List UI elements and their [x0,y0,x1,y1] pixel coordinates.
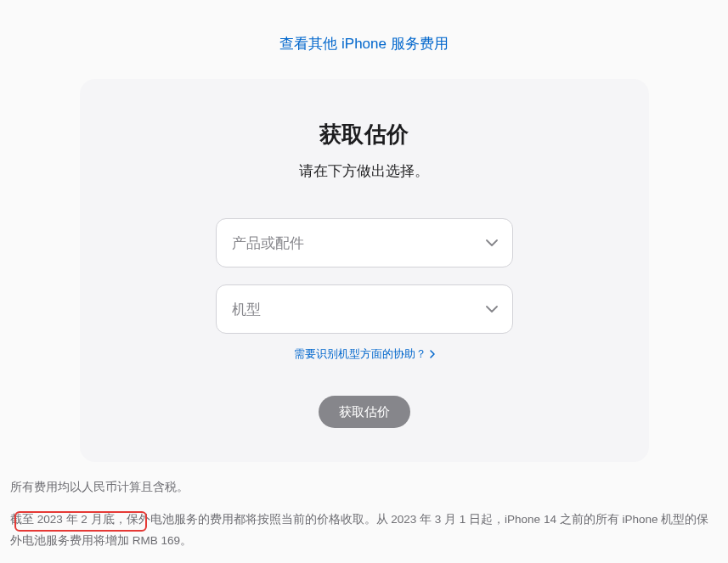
model-select[interactable]: 机型 [216,284,513,334]
card-title: 获取估价 [114,120,615,149]
footnote-currency: 所有费用均以人民币计算且含税。 [8,477,720,498]
get-estimate-button[interactable]: 获取估价 [319,396,410,428]
top-link-wrap: 查看其他 iPhone 服务费用 [8,0,720,79]
product-select-placeholder: 产品或配件 [232,234,304,253]
chevron-right-icon [430,350,435,358]
product-select-wrap: 产品或配件 [216,218,513,267]
help-link-label: 需要识别机型方面的协助？ [294,346,426,362]
identify-model-help-link[interactable]: 需要识别机型方面的协助？ [294,346,435,362]
estimate-card: 获取估价 请在下方做出选择。 产品或配件 机型 需要识别机型方面的协 [80,79,649,462]
footnote-pricing-notice: 截至 2023 年 2 月底，保外电池服务的费用都将按照当前的价格收取。从 20… [8,510,720,551]
model-select-placeholder: 机型 [232,300,261,319]
product-select[interactable]: 产品或配件 [216,218,513,267]
card-subtitle: 请在下方做出选择。 [114,161,615,181]
model-select-wrap: 机型 [216,284,513,334]
other-iphone-fees-link[interactable]: 查看其他 iPhone 服务费用 [279,36,448,52]
